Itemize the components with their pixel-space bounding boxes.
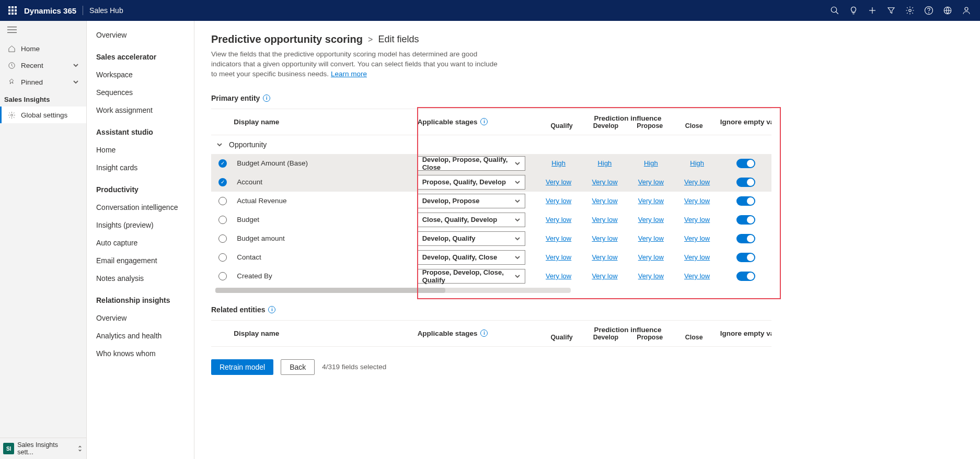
influence-link[interactable]: Very low bbox=[638, 253, 664, 261]
row-checkbox[interactable] bbox=[218, 197, 227, 205]
influence-link[interactable]: Very low bbox=[592, 234, 617, 242]
row-checkbox[interactable] bbox=[218, 253, 227, 262]
influence-link[interactable]: Very low bbox=[684, 178, 710, 186]
influence-link[interactable]: Very low bbox=[684, 216, 710, 223]
influence-link[interactable]: Very low bbox=[638, 234, 664, 242]
sidebar-item-analytics-and-health[interactable]: Analytics and health bbox=[87, 327, 194, 345]
settings-icon[interactable] bbox=[901, 0, 919, 21]
ignore-empty-toggle[interactable] bbox=[736, 178, 755, 187]
app-icon[interactable] bbox=[938, 0, 957, 21]
influence-link[interactable]: Very low bbox=[592, 178, 617, 186]
svg-rect-2 bbox=[15, 6, 17, 8]
sidebar-item-insight-cards[interactable]: Insight cards bbox=[87, 159, 194, 176]
influence-link[interactable]: High bbox=[551, 159, 566, 167]
influence-link[interactable]: Very low bbox=[684, 197, 710, 205]
influence-link[interactable]: Very low bbox=[592, 197, 617, 205]
subcol-propose: Propose bbox=[628, 122, 672, 130]
lightbulb-icon[interactable] bbox=[844, 0, 863, 21]
nav-item-recent[interactable]: Recent bbox=[0, 57, 86, 74]
influence-link[interactable]: Very low bbox=[546, 272, 571, 280]
nav-toggle-icon[interactable] bbox=[0, 21, 86, 40]
sidebar-item-sequences[interactable]: Sequences bbox=[87, 84, 194, 101]
influence-link[interactable]: High bbox=[598, 159, 612, 167]
sidebar-item-insights-preview-[interactable]: Insights (preview) bbox=[87, 216, 194, 234]
influence-link[interactable]: Very low bbox=[546, 178, 571, 186]
stages-select[interactable]: Propose, Qualify, Develop bbox=[418, 175, 525, 190]
stages-select[interactable]: Propose, Develop, Close, Qualify bbox=[418, 269, 525, 284]
sidebar-item-who-knows-whom[interactable]: Who knows whom bbox=[87, 345, 194, 362]
stages-select[interactable]: Close, Qualify, Develop bbox=[418, 213, 525, 227]
table-row[interactable]: Budget Amount (Base)Develop, Propose, Qu… bbox=[211, 154, 771, 173]
sidebar-item-overview[interactable]: Overview bbox=[87, 26, 194, 44]
stages-select[interactable]: Develop, Qualify, Close bbox=[418, 250, 525, 265]
influence-link[interactable]: Very low bbox=[546, 253, 571, 261]
info-icon[interactable]: i bbox=[480, 118, 488, 125]
influence-link[interactable]: Very low bbox=[638, 178, 664, 186]
table-row[interactable]: Created ByPropose, Develop, Close, Quali… bbox=[211, 267, 771, 286]
table-row[interactable]: AccountPropose, Qualify, DevelopVery low… bbox=[211, 173, 771, 192]
horizontal-scrollbar[interactable] bbox=[215, 288, 571, 293]
learn-more-link[interactable]: Learn more bbox=[331, 70, 367, 78]
plus-icon[interactable] bbox=[863, 0, 882, 21]
row-checkbox[interactable] bbox=[218, 216, 227, 224]
influence-link[interactable]: Very low bbox=[592, 272, 617, 280]
ignore-empty-toggle[interactable] bbox=[736, 159, 755, 168]
info-icon[interactable]: i bbox=[263, 95, 270, 102]
sidebar-item-notes-analysis[interactable]: Notes analysis bbox=[87, 269, 194, 287]
nav-item-home[interactable]: Home bbox=[0, 40, 86, 57]
influence-link[interactable]: Very low bbox=[592, 216, 617, 223]
group-opportunity[interactable]: Opportunity bbox=[211, 135, 771, 154]
row-checkbox[interactable] bbox=[218, 272, 227, 280]
app-launcher-icon[interactable] bbox=[4, 2, 21, 19]
influence-link[interactable]: High bbox=[644, 159, 658, 167]
nav-item-label: Recent bbox=[21, 62, 43, 69]
help-icon[interactable] bbox=[919, 0, 938, 21]
breadcrumb-root[interactable]: Predictive opportunity scoring bbox=[211, 33, 363, 45]
stages-select[interactable]: Develop, Propose bbox=[418, 194, 525, 208]
sidebar-item-overview[interactable]: Overview bbox=[87, 309, 194, 327]
table-row[interactable]: BudgetClose, Qualify, DevelopVery lowVer… bbox=[211, 210, 771, 229]
sidebar-item-email-engagement[interactable]: Email engagement bbox=[87, 252, 194, 269]
info-icon[interactable]: i bbox=[268, 306, 275, 313]
row-checkbox[interactable] bbox=[218, 159, 227, 168]
stages-select[interactable]: Develop, Qualify bbox=[418, 231, 525, 246]
person-icon[interactable] bbox=[957, 0, 976, 21]
table-row[interactable]: Budget amountDevelop, QualifyVery lowVer… bbox=[211, 229, 771, 248]
sidebar-item-conversation-intelligence[interactable]: Conversation intelligence bbox=[87, 198, 194, 216]
svg-rect-7 bbox=[11, 13, 14, 15]
ignore-empty-toggle[interactable] bbox=[736, 253, 755, 262]
influence-link[interactable]: Very low bbox=[546, 216, 571, 223]
subcol-propose: Propose bbox=[628, 334, 672, 341]
stages-select[interactable]: Develop, Propose, Qualify, Close bbox=[418, 156, 525, 171]
influence-link[interactable]: Very low bbox=[638, 197, 664, 205]
ignore-empty-toggle[interactable] bbox=[736, 196, 755, 206]
ignore-empty-toggle[interactable] bbox=[736, 272, 755, 281]
retrain-model-button[interactable]: Retrain model bbox=[211, 359, 273, 375]
influence-link[interactable]: Very low bbox=[684, 234, 710, 242]
influence-link[interactable]: Very low bbox=[684, 272, 710, 280]
row-checkbox[interactable] bbox=[218, 234, 227, 243]
filter-icon[interactable] bbox=[882, 0, 901, 21]
influence-link[interactable]: High bbox=[690, 159, 704, 167]
area-switcher[interactable]: SI Sales Insights sett... bbox=[0, 438, 86, 459]
influence-link[interactable]: Very low bbox=[592, 253, 617, 261]
influence-link[interactable]: Very low bbox=[638, 216, 664, 223]
table-row[interactable]: Actual RevenueDevelop, ProposeVery lowVe… bbox=[211, 192, 771, 210]
nav-item-global-settings[interactable]: Global settings bbox=[0, 107, 86, 123]
sidebar-item-work-assignment[interactable]: Work assignment bbox=[87, 101, 194, 119]
influence-link[interactable]: Very low bbox=[546, 234, 571, 242]
ignore-empty-toggle[interactable] bbox=[736, 234, 755, 243]
sidebar-item-workspace[interactable]: Workspace bbox=[87, 66, 194, 84]
influence-link[interactable]: Very low bbox=[638, 272, 664, 280]
influence-link[interactable]: Very low bbox=[546, 197, 571, 205]
search-icon[interactable] bbox=[825, 0, 844, 21]
row-checkbox[interactable] bbox=[218, 178, 227, 186]
ignore-empty-toggle[interactable] bbox=[736, 215, 755, 225]
sidebar-item-auto-capture[interactable]: Auto capture bbox=[87, 234, 194, 252]
influence-link[interactable]: Very low bbox=[684, 253, 710, 261]
back-button[interactable]: Back bbox=[281, 359, 315, 375]
nav-item-pinned[interactable]: Pinned bbox=[0, 74, 86, 90]
sidebar-item-home[interactable]: Home bbox=[87, 141, 194, 159]
info-icon[interactable]: i bbox=[480, 329, 488, 337]
table-row[interactable]: ContactDevelop, Qualify, CloseVery lowVe… bbox=[211, 248, 771, 267]
